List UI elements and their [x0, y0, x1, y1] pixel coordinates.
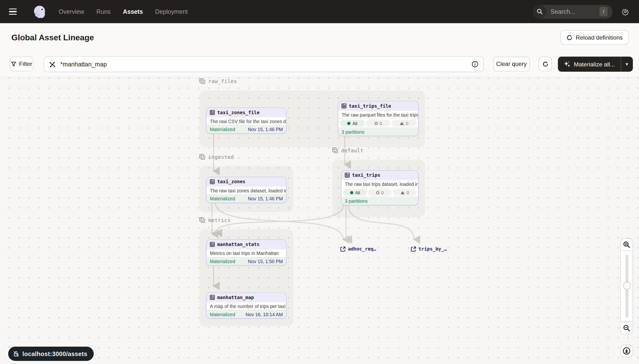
- materialized-dot-icon: [347, 122, 351, 125]
- asset-description: The raw taxi trips dataset, loaded into …: [341, 180, 418, 188]
- asset-name: manhattan_map: [217, 294, 254, 300]
- group-stack-icon: [199, 217, 205, 223]
- global-search[interactable]: /: [533, 4, 613, 18]
- external-asset-label: trips_by_…: [418, 246, 447, 252]
- external-asset-trips-by-week[interactable]: trips_by_…: [411, 246, 447, 252]
- top-nav-bar: Overview Runs Assets Deployment /: [0, 0, 639, 23]
- lineage-toolbar: Filter Clear query: [0, 52, 639, 77]
- materialize-all-main[interactable]: Materialize all...: [558, 57, 620, 72]
- filter-label: Filter: [19, 60, 32, 67]
- partition-pill-failed[interactable]: 0: [366, 120, 390, 127]
- zoom-controls: [620, 238, 633, 334]
- external-asset-adhoc-request[interactable]: adhoc_req…: [340, 246, 376, 252]
- clear-query-label: Clear query: [496, 60, 527, 67]
- hamburger-menu-icon[interactable]: [9, 7, 21, 16]
- asset-status: Materialized: [210, 312, 235, 317]
- asset-description: The raw parquet files for the taxi trips…: [338, 110, 418, 118]
- materialize-all-label: Materialize all...: [574, 61, 615, 67]
- lineage-canvas[interactable]: raw_files ingested default metrics taxi_…: [0, 78, 639, 364]
- table-icon: [341, 104, 346, 108]
- dagster-logo-icon[interactable]: [32, 4, 47, 19]
- group-name: raw_files: [208, 78, 237, 84]
- asset-node-taxi-trips-file[interactable]: taxi_trips_file The raw parquet files fo…: [338, 101, 418, 136]
- search-input[interactable]: [550, 8, 590, 16]
- asset-timestamp: Nov 15, 1:46 PM: [248, 127, 283, 132]
- primary-nav: Overview Runs Assets Deployment: [59, 8, 188, 15]
- asset-node-manhattan-map[interactable]: manhattan_map A map of the number of tri…: [206, 292, 286, 318]
- partitions-count: 3 partitions: [345, 199, 368, 204]
- table-icon: [210, 242, 215, 247]
- asset-status: Materialized: [210, 196, 235, 201]
- download-graph-button[interactable]: [620, 345, 633, 357]
- asset-node-taxi-zones-file[interactable]: taxi_zones_file The raw CSV file for the…: [206, 108, 286, 134]
- partition-pill-failed[interactable]: 0: [368, 189, 392, 196]
- partition-pill-overdue[interactable]: 0: [393, 189, 417, 196]
- page-header: Global Asset Lineage Reload definitions: [0, 23, 639, 52]
- external-link-icon: [411, 246, 416, 252]
- nav-tab-overview[interactable]: Overview: [59, 8, 84, 15]
- asset-timestamp: Nov 15, 1:50 PM: [248, 259, 283, 264]
- nav-tab-assets[interactable]: Assets: [123, 8, 143, 15]
- clear-query-button[interactable]: Clear query: [493, 57, 530, 72]
- group-stack-icon: [199, 154, 205, 160]
- app-window: Overview Runs Assets Deployment / Global…: [0, 0, 639, 364]
- zoom-in-button[interactable]: [620, 238, 633, 251]
- reload-label: Reload definitions: [576, 34, 623, 41]
- group-name: ingested: [208, 154, 234, 160]
- zoom-out-icon: [623, 324, 630, 332]
- ring-icon: [374, 122, 378, 125]
- reload-definitions-button[interactable]: Reload definitions: [560, 30, 629, 45]
- asset-description: A map of the number of trips per taxi z.…: [207, 302, 286, 310]
- chevron-down-icon: ▼: [625, 62, 629, 66]
- nav-tab-deployment[interactable]: Deployment: [155, 8, 188, 15]
- partition-pill-materialized[interactable]: All: [340, 120, 364, 127]
- asset-name: taxi_trips: [352, 172, 380, 178]
- search-shortcut-badge: /: [599, 7, 607, 16]
- settings-gear-icon[interactable]: [621, 8, 629, 16]
- search-icon: [533, 4, 546, 18]
- asset-name: manhattan_stats: [217, 242, 259, 248]
- zoom-slider-thumb[interactable]: [623, 282, 631, 290]
- group-label-metrics[interactable]: metrics: [199, 217, 231, 223]
- asset-node-manhattan-stats[interactable]: manhattan_stats Metrics on taxi trips in…: [206, 240, 286, 266]
- triangle-icon: [400, 191, 404, 194]
- reload-icon: [566, 34, 572, 40]
- download-icon: [623, 347, 630, 355]
- asset-description: The raw taxi zones dataset, loaded int..…: [207, 186, 286, 194]
- page-title: Global Asset Lineage: [11, 33, 94, 42]
- external-link-icon: [340, 246, 346, 252]
- nav-tab-runs[interactable]: Runs: [96, 8, 111, 15]
- asset-graph-icon: [49, 60, 56, 68]
- group-name: default: [341, 148, 363, 154]
- filter-funnel-icon: [11, 61, 16, 66]
- ring-icon: [376, 191, 379, 194]
- insecure-lock-icon: [13, 351, 19, 357]
- filter-button[interactable]: Filter: [10, 57, 34, 72]
- asset-name: taxi_zones: [217, 179, 245, 185]
- asset-status: Materialized: [210, 127, 235, 132]
- asset-node-taxi-zones[interactable]: taxi_zones The raw taxi zones dataset, l…: [206, 177, 286, 203]
- table-icon: [210, 110, 215, 115]
- query-info-icon[interactable]: [471, 60, 478, 68]
- asset-timestamp: Nov 15, 1:46 PM: [248, 196, 283, 201]
- group-label-ingested[interactable]: ingested: [199, 154, 234, 160]
- refresh-icon: [542, 61, 548, 67]
- partition-pill-materialized[interactable]: All: [343, 189, 367, 196]
- group-label-default[interactable]: default: [332, 148, 363, 154]
- zoom-out-button[interactable]: [620, 322, 633, 334]
- group-label-raw-files[interactable]: raw_files: [199, 78, 237, 84]
- partition-pill-overdue[interactable]: 0: [392, 120, 416, 127]
- table-icon: [345, 173, 350, 178]
- asset-name: taxi_zones_file: [217, 110, 259, 116]
- zoom-slider[interactable]: [620, 251, 633, 322]
- asset-description: The raw CSV file for the taxi zones dat.…: [207, 117, 286, 125]
- asset-node-taxi-trips[interactable]: taxi_trips The raw taxi trips dataset, l…: [341, 170, 418, 205]
- group-name: metrics: [208, 217, 230, 223]
- group-stack-icon: [199, 78, 205, 84]
- asset-selection-input[interactable]: [44, 56, 484, 72]
- materialize-dropdown-caret[interactable]: ▼: [621, 57, 633, 72]
- triangle-icon: [400, 122, 404, 125]
- asset-selection-value[interactable]: [60, 60, 471, 68]
- materialize-all-button[interactable]: Materialize all... ▼: [558, 57, 633, 72]
- refresh-graph-button[interactable]: [539, 57, 552, 72]
